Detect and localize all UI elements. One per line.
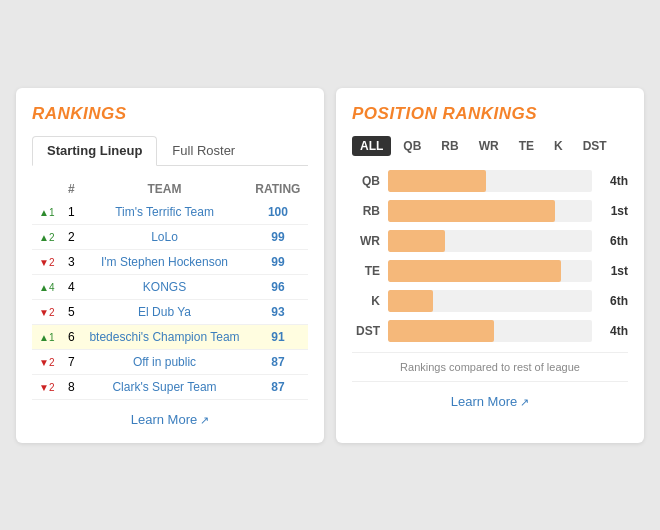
tab-starting-lineup[interactable]: Starting Lineup bbox=[32, 136, 157, 166]
pos-tab-k[interactable]: K bbox=[546, 136, 571, 156]
pos-tab-rb[interactable]: RB bbox=[433, 136, 466, 156]
rank-cell: 6 bbox=[62, 324, 82, 349]
pos-label: WR bbox=[352, 234, 380, 248]
change-cell: ▼2 bbox=[32, 349, 62, 374]
divider2 bbox=[352, 381, 628, 382]
rankings-note: Rankings compared to rest of league bbox=[352, 361, 628, 373]
rating-cell: 87 bbox=[248, 374, 308, 399]
bar-fill bbox=[388, 200, 555, 222]
team-name-cell: Tim's Terrific Team bbox=[81, 200, 248, 225]
team-name-cell: Off in public bbox=[81, 349, 248, 374]
team-name-cell: btedeschi's Champion Team bbox=[81, 324, 248, 349]
rank-cell: 2 bbox=[62, 224, 82, 249]
team-name-cell: LoLo bbox=[81, 224, 248, 249]
bar-container bbox=[388, 230, 592, 252]
rating-cell: 91 bbox=[248, 324, 308, 349]
rating-cell: 100 bbox=[248, 200, 308, 225]
col-header-change bbox=[32, 178, 62, 200]
rating-cell: 93 bbox=[248, 299, 308, 324]
table-row: ▼25El Dub Ya93 bbox=[32, 299, 308, 324]
table-row: ▲16btedeschi's Champion Team91 bbox=[32, 324, 308, 349]
pos-tab-te[interactable]: TE bbox=[511, 136, 542, 156]
pos-row: WR6th bbox=[352, 230, 628, 252]
pos-tab-all[interactable]: ALL bbox=[352, 136, 391, 156]
rankings-card: RANKINGS Starting Lineup Full Roster # T… bbox=[16, 88, 324, 443]
pos-label: TE bbox=[352, 264, 380, 278]
team-name-cell: Clark's Super Team bbox=[81, 374, 248, 399]
change-cell: ▲4 bbox=[32, 274, 62, 299]
team-name-cell: I'm Stephen Hockenson bbox=[81, 249, 248, 274]
bar-container bbox=[388, 290, 592, 312]
table-row: ▲22LoLo99 bbox=[32, 224, 308, 249]
table-row: ▼23I'm Stephen Hockenson99 bbox=[32, 249, 308, 274]
pos-row: QB4th bbox=[352, 170, 628, 192]
bar-container bbox=[388, 170, 592, 192]
rating-cell: 87 bbox=[248, 349, 308, 374]
team-name-cell: KONGS bbox=[81, 274, 248, 299]
change-cell: ▲1 bbox=[32, 200, 62, 225]
learn-more-link[interactable]: Learn More ↗ bbox=[32, 412, 308, 427]
rating-cell: 96 bbox=[248, 274, 308, 299]
pos-tab-dst[interactable]: DST bbox=[575, 136, 615, 156]
pos-rank: 4th bbox=[600, 174, 628, 188]
rankings-table: # TEAM RATING ▲11Tim's Terrific Team100▲… bbox=[32, 178, 308, 400]
pos-row: TE1st bbox=[352, 260, 628, 282]
change-cell: ▼2 bbox=[32, 299, 62, 324]
change-cell: ▲2 bbox=[32, 224, 62, 249]
position-learn-more-link[interactable]: Learn More ↗ bbox=[352, 394, 628, 409]
bar-container bbox=[388, 320, 592, 342]
pos-row: K6th bbox=[352, 290, 628, 312]
table-row: ▼27Off in public87 bbox=[32, 349, 308, 374]
pos-rank: 4th bbox=[600, 324, 628, 338]
rating-cell: 99 bbox=[248, 249, 308, 274]
pos-tab-wr[interactable]: WR bbox=[471, 136, 507, 156]
pos-row: RB1st bbox=[352, 200, 628, 222]
bar-fill bbox=[388, 170, 486, 192]
tab-full-roster[interactable]: Full Roster bbox=[157, 136, 250, 165]
rank-cell: 3 bbox=[62, 249, 82, 274]
col-header-team: TEAM bbox=[81, 178, 248, 200]
rankings-title: RANKINGS bbox=[32, 104, 308, 124]
table-row: ▲44KONGS96 bbox=[32, 274, 308, 299]
rank-cell: 5 bbox=[62, 299, 82, 324]
pos-tab-qb[interactable]: QB bbox=[395, 136, 429, 156]
bar-fill bbox=[388, 260, 561, 282]
change-cell: ▲1 bbox=[32, 324, 62, 349]
divider bbox=[352, 352, 628, 353]
change-cell: ▼2 bbox=[32, 374, 62, 399]
rank-cell: 7 bbox=[62, 349, 82, 374]
pos-label: DST bbox=[352, 324, 380, 338]
rank-cell: 4 bbox=[62, 274, 82, 299]
bar-container bbox=[388, 260, 592, 282]
pos-label: K bbox=[352, 294, 380, 308]
pos-label: QB bbox=[352, 174, 380, 188]
external-link-icon2: ↗ bbox=[517, 396, 529, 408]
pos-rank: 1st bbox=[600, 204, 628, 218]
position-rows: QB4thRB1stWR6thTE1stK6thDST4th bbox=[352, 170, 628, 342]
rank-cell: 1 bbox=[62, 200, 82, 225]
pos-rank: 1st bbox=[600, 264, 628, 278]
pos-row: DST4th bbox=[352, 320, 628, 342]
pos-label: RB bbox=[352, 204, 380, 218]
external-link-icon: ↗ bbox=[197, 414, 209, 426]
position-tabs: ALLQBRBWRTEKDST bbox=[352, 136, 628, 156]
table-row: ▼28Clark's Super Team87 bbox=[32, 374, 308, 399]
rankings-tabs: Starting Lineup Full Roster bbox=[32, 136, 308, 166]
table-row: ▲11Tim's Terrific Team100 bbox=[32, 200, 308, 225]
bar-fill bbox=[388, 320, 494, 342]
pos-rank: 6th bbox=[600, 294, 628, 308]
position-rankings-title: POSITION RANKINGS bbox=[352, 104, 628, 124]
bar-fill bbox=[388, 230, 445, 252]
position-rankings-card: POSITION RANKINGS ALLQBRBWRTEKDST QB4thR… bbox=[336, 88, 644, 443]
bar-fill bbox=[388, 290, 433, 312]
change-cell: ▼2 bbox=[32, 249, 62, 274]
col-header-rank: # bbox=[62, 178, 82, 200]
pos-rank: 6th bbox=[600, 234, 628, 248]
team-name-cell: El Dub Ya bbox=[81, 299, 248, 324]
rating-cell: 99 bbox=[248, 224, 308, 249]
rank-cell: 8 bbox=[62, 374, 82, 399]
col-header-rating: RATING bbox=[248, 178, 308, 200]
bar-container bbox=[388, 200, 592, 222]
